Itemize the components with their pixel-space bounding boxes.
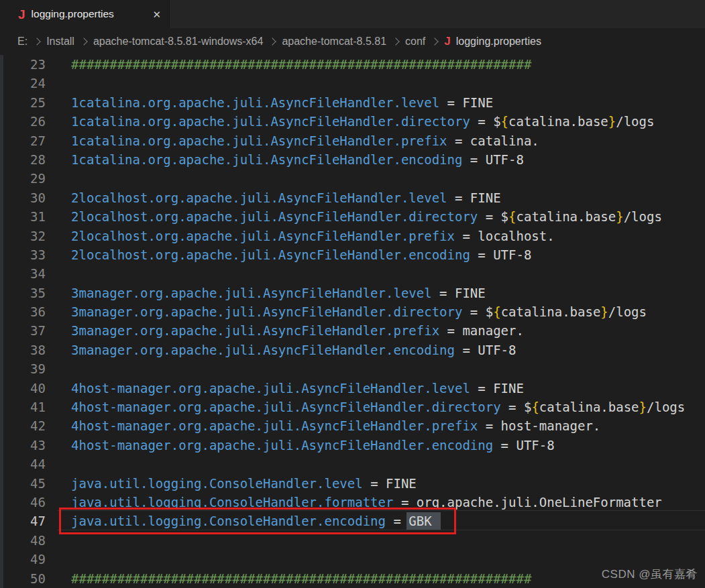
line-number[interactable]: 40 bbox=[0, 379, 46, 398]
code-text[interactable]: 1catalina.org.apache.juli.AsyncFileHandl… bbox=[46, 112, 654, 131]
line-number[interactable]: 27 bbox=[0, 131, 46, 150]
code-line[interactable]: 424host-manager.org.apache.juli.AsyncFil… bbox=[0, 416, 705, 435]
code-line[interactable]: 44 bbox=[0, 455, 705, 473]
code-text[interactable]: 4host-manager.org.apache.juli.AsyncFileH… bbox=[46, 416, 600, 435]
line-number[interactable]: 35 bbox=[0, 284, 46, 302]
tab-logging-properties[interactable]: J logging.properties ✕ bbox=[0, 0, 170, 28]
line-number[interactable]: 23 bbox=[0, 55, 46, 74]
code-text[interactable] bbox=[46, 74, 71, 93]
code-line[interactable]: 302localhost.org.apache.juli.AsyncFileHa… bbox=[0, 188, 705, 207]
code-editor[interactable]: 23######################################… bbox=[0, 55, 705, 588]
code-line[interactable]: 34 bbox=[0, 264, 705, 283]
code-text[interactable]: 3manager.org.apache.juli.AsyncFileHandle… bbox=[46, 302, 647, 321]
code-line[interactable]: 383manager.org.apache.juli.AsyncFileHand… bbox=[0, 341, 705, 359]
code-text[interactable] bbox=[46, 531, 71, 550]
code-line[interactable]: 322localhost.org.apache.juli.AsyncFileHa… bbox=[0, 227, 705, 245]
code-line[interactable]: 281catalina.org.apache.juli.AsyncFileHan… bbox=[0, 150, 705, 169]
line-number[interactable]: 25 bbox=[0, 93, 46, 112]
line-number[interactable]: 47 bbox=[0, 512, 46, 530]
code-text[interactable]: 1catalina.org.apache.juli.AsyncFileHandl… bbox=[46, 150, 524, 169]
code-text[interactable]: 3manager.org.apache.juli.AsyncFileHandle… bbox=[46, 321, 524, 340]
line-number[interactable]: 30 bbox=[0, 188, 46, 207]
code-line[interactable]: 47java.util.logging.ConsoleHandler.encod… bbox=[0, 512, 705, 530]
line-number[interactable]: 48 bbox=[0, 531, 46, 550]
code-line[interactable]: 434host-manager.org.apache.juli.AsyncFil… bbox=[0, 436, 705, 455]
code-token: { bbox=[493, 304, 500, 319]
code-line[interactable]: 353manager.org.apache.juli.AsyncFileHand… bbox=[0, 284, 705, 302]
breadcrumb-item[interactable]: apache-tomcat-8.5.81 bbox=[282, 36, 386, 48]
code-line[interactable]: 261catalina.org.apache.juli.AsyncFileHan… bbox=[0, 112, 705, 131]
code-token: 3manager.org.apache.juli.AsyncFileHandle… bbox=[71, 286, 432, 300]
code-line[interactable]: 271catalina.org.apache.juli.AsyncFileHan… bbox=[0, 131, 705, 150]
code-text[interactable]: 3manager.org.apache.juli.AsyncFileHandle… bbox=[46, 341, 516, 359]
line-number[interactable]: 28 bbox=[0, 150, 46, 169]
code-text[interactable] bbox=[46, 169, 71, 188]
code-text[interactable]: 1catalina.org.apache.juli.AsyncFileHandl… bbox=[46, 131, 539, 150]
code-text[interactable] bbox=[46, 550, 71, 569]
line-number[interactable]: 31 bbox=[0, 207, 46, 226]
code-line[interactable]: 24 bbox=[0, 74, 705, 93]
code-line[interactable]: 39 bbox=[0, 359, 705, 378]
breadcrumb-item[interactable]: Install bbox=[46, 36, 74, 48]
code-line[interactable]: 46java.util.logging.ConsoleHandler.forma… bbox=[0, 493, 705, 512]
code-line[interactable]: 50######################################… bbox=[0, 569, 705, 588]
code-line[interactable]: 49 bbox=[0, 550, 705, 569]
chevron-right-icon bbox=[431, 38, 439, 45]
code-text[interactable]: 4host-manager.org.apache.juli.AsyncFileH… bbox=[46, 398, 685, 416]
code-text[interactable]: java.util.logging.ConsoleHandler.encodin… bbox=[46, 512, 441, 530]
line-number[interactable]: 38 bbox=[0, 341, 46, 359]
line-number[interactable]: 26 bbox=[0, 112, 46, 131]
close-tab-icon[interactable]: ✕ bbox=[152, 9, 161, 19]
code-text[interactable] bbox=[46, 455, 71, 473]
code-text[interactable]: 1catalina.org.apache.juli.AsyncFileHandl… bbox=[46, 93, 493, 112]
code-text[interactable]: ########################################… bbox=[46, 569, 531, 588]
code-line[interactable]: 251catalina.org.apache.juli.AsyncFileHan… bbox=[0, 93, 705, 112]
line-number[interactable]: 49 bbox=[0, 550, 46, 569]
code-text[interactable]: 2localhost.org.apache.juli.AsyncFileHand… bbox=[46, 245, 531, 264]
line-number[interactable]: 37 bbox=[0, 321, 46, 340]
line-number[interactable]: 24 bbox=[0, 74, 46, 93]
code-token: FINE bbox=[462, 95, 493, 110]
code-line[interactable]: 414host-manager.org.apache.juli.AsyncFil… bbox=[0, 398, 705, 416]
code-line[interactable]: 48 bbox=[0, 531, 705, 550]
line-number[interactable]: 36 bbox=[0, 302, 46, 321]
line-number[interactable]: 39 bbox=[0, 359, 46, 378]
breadcrumb-item[interactable]: conf bbox=[405, 36, 425, 48]
code-line[interactable]: 363manager.org.apache.juli.AsyncFileHand… bbox=[0, 302, 705, 321]
line-number[interactable]: 32 bbox=[0, 227, 46, 245]
code-text[interactable] bbox=[46, 264, 71, 283]
code-line[interactable]: 45java.util.logging.ConsoleHandler.level… bbox=[0, 474, 705, 493]
code-text[interactable]: 2localhost.org.apache.juli.AsyncFileHand… bbox=[46, 207, 662, 226]
code-text[interactable]: ########################################… bbox=[46, 55, 531, 74]
line-number[interactable]: 44 bbox=[0, 455, 46, 473]
line-number[interactable]: 34 bbox=[0, 264, 46, 283]
line-number[interactable]: 29 bbox=[0, 169, 46, 188]
code-line[interactable]: 373manager.org.apache.juli.AsyncFileHand… bbox=[0, 321, 705, 340]
breadcrumb-item-file[interactable]: logging.properties bbox=[456, 36, 541, 48]
line-number[interactable]: 45 bbox=[0, 474, 46, 493]
code-line[interactable]: 332localhost.org.apache.juli.AsyncFileHa… bbox=[0, 245, 705, 264]
chevron-right-icon bbox=[392, 38, 399, 45]
breadcrumb-item[interactable]: E: bbox=[17, 36, 28, 48]
line-number[interactable]: 33 bbox=[0, 245, 46, 264]
code-text[interactable]: 3manager.org.apache.juli.AsyncFileHandle… bbox=[46, 284, 486, 302]
breadcrumb-item[interactable]: apache-tomcat-8.5.81-windows-x64 bbox=[93, 36, 263, 48]
code-text[interactable]: java.util.logging.ConsoleHandler.level =… bbox=[46, 474, 417, 493]
code-line[interactable]: 23######################################… bbox=[0, 55, 705, 74]
code-text[interactable] bbox=[46, 359, 71, 378]
line-number[interactable]: 42 bbox=[0, 416, 46, 435]
code-line[interactable]: 29 bbox=[0, 169, 705, 188]
code-text[interactable]: java.util.logging.ConsoleHandler.formatt… bbox=[46, 493, 662, 512]
line-number[interactable]: 43 bbox=[0, 436, 46, 455]
code-token: = bbox=[478, 418, 500, 433]
code-text[interactable]: 4host-manager.org.apache.juli.AsyncFileH… bbox=[46, 436, 555, 455]
line-number[interactable]: 50 bbox=[0, 569, 46, 588]
code-line[interactable]: 312localhost.org.apache.juli.AsyncFileHa… bbox=[0, 207, 705, 226]
code-text[interactable]: 2localhost.org.apache.juli.AsyncFileHand… bbox=[46, 188, 501, 207]
editor-left-strip bbox=[0, 55, 3, 588]
code-text[interactable]: 4host-manager.org.apache.juli.AsyncFileH… bbox=[46, 379, 524, 398]
code-text[interactable]: 2localhost.org.apache.juli.AsyncFileHand… bbox=[46, 227, 555, 245]
code-line[interactable]: 404host-manager.org.apache.juli.AsyncFil… bbox=[0, 379, 705, 398]
line-number[interactable]: 41 bbox=[0, 398, 46, 416]
line-number[interactable]: 46 bbox=[0, 493, 46, 512]
